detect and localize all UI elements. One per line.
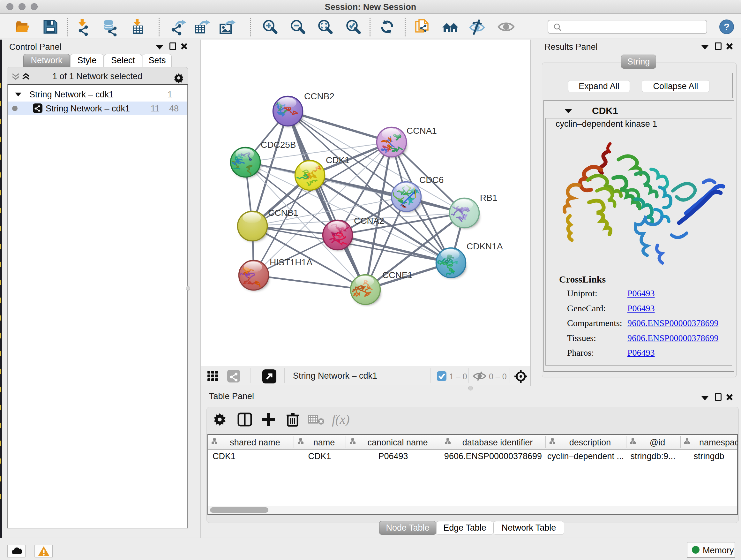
- svg-text:CDKN1A: CDKN1A: [467, 241, 503, 251]
- svg-text:RB1: RB1: [480, 193, 497, 203]
- svg-text:CCNB2: CCNB2: [304, 91, 334, 101]
- svg-text:CDC6: CDC6: [419, 175, 444, 185]
- svg-text:HIST1H1A: HIST1H1A: [270, 257, 313, 267]
- svg-text:CCNA2: CCNA2: [354, 216, 384, 226]
- svg-text:CCNE1: CCNE1: [382, 270, 413, 280]
- svg-text:?: ?: [724, 21, 730, 32]
- svg-text:CCNB1: CCNB1: [268, 208, 298, 218]
- svg-text:CDK1: CDK1: [326, 155, 350, 165]
- svg-text:CDC25B: CDC25B: [261, 140, 296, 150]
- svg-text:CCNA1: CCNA1: [407, 126, 437, 136]
